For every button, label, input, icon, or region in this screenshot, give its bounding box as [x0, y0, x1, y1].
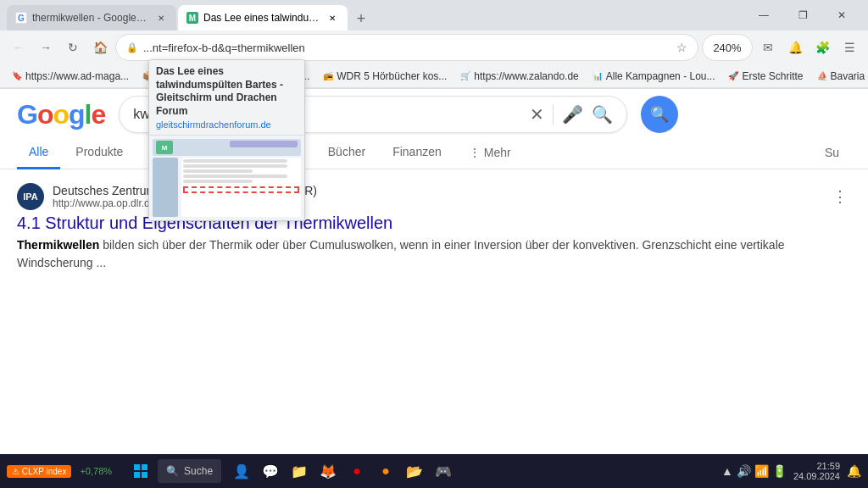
nav-item-finanzen[interactable]: Finanzen — [381, 136, 453, 169]
taskbar-search-box[interactable]: 🔍 Suche — [158, 459, 221, 483]
clxp-label: CLXP index — [22, 467, 67, 476]
nav-item-buecher[interactable]: Bücher — [316, 136, 377, 169]
preview-main — [181, 158, 301, 217]
search-submit-button[interactable]: 🔍 — [641, 96, 678, 133]
preview-line-2 — [183, 164, 287, 168]
tab-1-title: thermikwellen - Google Suche — [32, 12, 149, 24]
taskbar-app-chat[interactable]: 💬 — [257, 458, 284, 485]
minimize-button[interactable]: — — [744, 0, 783, 30]
taskbar-clxp-value[interactable]: +0,78% — [75, 464, 117, 478]
taskbar-app-folder[interactable]: 📂 — [401, 458, 428, 485]
bookmark-erste-schritte[interactable]: 🚀 Erste Schritte — [723, 69, 808, 84]
maximize-button[interactable]: ❐ — [783, 0, 822, 30]
preview-header-bar: M — [153, 139, 301, 156]
taskbar-time: 21:59 — [793, 461, 840, 471]
search-clear-button[interactable]: ✕ — [530, 104, 544, 125]
preview-active-element — [183, 186, 299, 193]
taskbar-wifi-icon[interactable]: 📶 — [754, 464, 769, 478]
logo-g2: g — [69, 99, 85, 130]
bookmark-bavaria-favicon: ⛵ — [817, 71, 827, 80]
tab-1-close[interactable]: ✕ — [154, 11, 168, 25]
back-button[interactable]: ← — [7, 36, 31, 59]
bookmark-ad-magazin[interactable]: 🔖 https://www.ad-maga... — [7, 69, 134, 84]
windows-start-button[interactable] — [127, 458, 154, 485]
search-divider — [553, 104, 554, 125]
nav-item-produkte[interactable]: Produkte — [64, 136, 135, 169]
bookmark-zalando-favicon: 🛒 — [460, 71, 470, 80]
taskbar-right-area: ▲ 🔊 📶 🔋 21:59 24.09.2024 🔔 — [721, 461, 861, 481]
menu-icon[interactable]: ☰ — [837, 36, 861, 59]
toolbar-icons: ✉ 🔔 🧩 ☰ — [756, 36, 861, 59]
close-button[interactable]: ✕ — [822, 0, 861, 30]
taskbar: ⚠ CLXP index +0,78% 🔍 Suche 👤 💬 📁 🦊 ● ● … — [0, 454, 868, 488]
tab-2-title: Das Lee eines talwindumspülten Bartes ..… — [203, 12, 320, 24]
tab-1-favicon: G — [15, 12, 27, 24]
bookmark-wdr5[interactable]: 📻 WDR 5 Hörbücher kos... — [318, 69, 452, 84]
warning-icon: ⚠ — [12, 467, 19, 476]
zoom-indicator[interactable]: 240% — [702, 34, 753, 61]
tab-2-close[interactable]: ✕ — [326, 11, 339, 25]
snippet-text: bilden sich über der Thermik oder über C… — [17, 238, 785, 269]
nav-more-button[interactable]: ⋮ Mehr — [457, 137, 523, 168]
tab-preview-header: Das Lee eines talwindumspülten Bartes - … — [149, 60, 304, 136]
forward-button[interactable]: → — [34, 36, 58, 59]
tab-2[interactable]: M Das Lee eines talwindumspülten Bartes … — [178, 5, 348, 30]
window-controls: — ❐ ✕ — [744, 0, 861, 30]
tab-bar: G thermikwellen - Google Suche ✕ M Das L… — [0, 0, 868, 30]
bookmark-kampagnen[interactable]: 📊 Alle Kampagnen - Lou... — [587, 69, 721, 84]
preview-line-5 — [183, 180, 253, 183]
result-source-1: IPA Deutsches Zentrum für Luft- und Raum… — [17, 183, 851, 210]
preview-sidebar — [153, 158, 178, 217]
taskbar-volume-icon[interactable]: 🔊 — [737, 464, 751, 478]
lock-icon: 🔒 — [126, 42, 138, 53]
tab-preview-popup: Das Lee eines talwindumspülten Bartes - … — [148, 59, 305, 221]
extensions-icon[interactable]: 🧩 — [810, 36, 834, 59]
nav-settings-item[interactable]: Su — [813, 137, 851, 168]
bookmark-wdr5-favicon: 📻 — [323, 71, 333, 80]
taskbar-battery-icon[interactable]: 🔋 — [772, 464, 787, 478]
svg-rect-1 — [142, 464, 147, 470]
tab-1[interactable]: G thermikwellen - Google Suche ✕ — [7, 5, 176, 30]
taskbar-warning-badge[interactable]: ⚠ CLXP index — [7, 465, 71, 478]
windows-logo-icon — [134, 464, 147, 478]
nav-bar: ← → ↻ 🏠 🔒 ...nt=firefox-b-d&q=thermikwel… — [0, 30, 868, 64]
tab-2-favicon: M — [186, 12, 198, 24]
bookmark-bavaria[interactable]: ⛵ Bavaria cruiser 34.2 So... — [812, 69, 868, 84]
logo-o1: o — [37, 99, 53, 130]
home-button[interactable]: 🏠 — [88, 36, 112, 59]
taskbar-up-arrow-icon[interactable]: ▲ — [721, 464, 733, 478]
bookmark-kampagnen-label: Alle Kampagnen - Lou... — [606, 70, 715, 82]
result-favicon-1: IPA — [17, 183, 44, 210]
bookmark-zalando[interactable]: 🛒 https://www.zalando.de — [455, 69, 583, 84]
email-icon[interactable]: ✉ — [756, 36, 780, 59]
search-nav: Alle Produkte Bilder Videos News Bücher … — [0, 136, 868, 169]
bookmark-kampagnen-favicon: 📊 — [593, 71, 603, 80]
taskbar-clock[interactable]: 21:59 24.09.2024 — [793, 461, 840, 481]
bell-icon[interactable]: 🔔 — [783, 36, 807, 59]
taskbar-app-files[interactable]: 📁 — [286, 458, 313, 485]
logo-g: G — [17, 99, 37, 130]
result-more-button-1[interactable]: ⋮ — [829, 184, 851, 209]
taskbar-sys-icons: ▲ 🔊 📶 🔋 — [721, 464, 787, 478]
result-title-1[interactable]: 4.1 Struktur und Eigenschaften der Therm… — [17, 214, 851, 233]
taskbar-app-avatar[interactable]: 👤 — [228, 458, 255, 485]
taskbar-app-red[interactable]: ● — [343, 458, 370, 485]
nav-item-alle[interactable]: Alle — [17, 136, 60, 169]
google-logo: Google — [17, 99, 105, 130]
taskbar-notification-icon[interactable]: 🔔 — [847, 464, 861, 478]
taskbar-app-orange[interactable]: ● — [372, 458, 399, 485]
taskbar-search-label: Suche — [184, 465, 213, 477]
preview-logo: M — [156, 141, 173, 154]
bookmark-ad-label: https://www.ad-maga... — [25, 70, 129, 82]
new-tab-button[interactable]: + — [349, 7, 373, 30]
zoom-text: 240% — [713, 42, 741, 54]
bookmark-zalando-label: https://www.zalando.de — [474, 70, 578, 82]
bookmark-star-icon[interactable]: ☆ — [676, 41, 687, 54]
search-voice-button[interactable]: 🎤 — [562, 104, 583, 125]
taskbar-app-firefox[interactable]: 🦊 — [314, 458, 342, 485]
taskbar-app-game[interactable]: 🎮 — [430, 458, 457, 485]
address-bar[interactable]: 🔒 ...nt=firefox-b-d&q=thermikwellen ☆ — [115, 34, 698, 61]
preview-nav — [230, 141, 298, 147]
reload-button[interactable]: ↻ — [61, 36, 85, 59]
search-lens-button[interactable]: 🔍 — [592, 104, 613, 125]
